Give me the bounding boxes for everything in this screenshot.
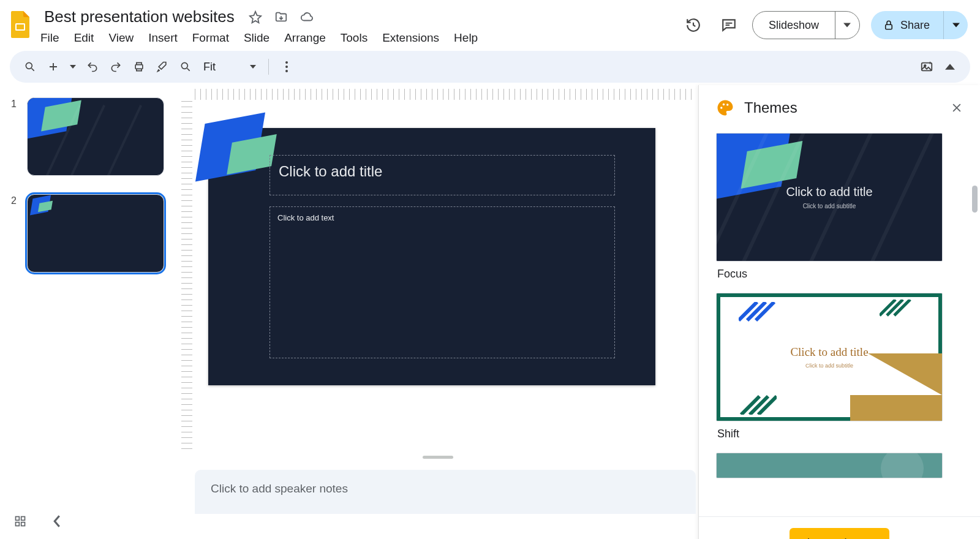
lock-icon [883,19,894,31]
share-dropdown[interactable] [943,11,968,39]
slideshow-button[interactable]: Slideshow [753,12,835,39]
title-placeholder[interactable]: Click to add title [270,155,615,195]
svg-point-5 [181,62,187,69]
star-icon[interactable] [247,9,264,26]
theme-card-focus[interactable]: Click to add title Click to add subtitle [716,133,943,262]
undo-button[interactable] [83,55,102,79]
svg-point-11 [720,107,723,109]
theme-preview-title: Click to add title [790,345,868,359]
grid-view-button[interactable] [11,512,29,530]
svg-rect-26 [21,522,25,526]
body-placeholder[interactable]: Click to add text [270,206,615,358]
svg-point-13 [726,104,729,106]
menu-tools[interactable]: Tools [341,31,368,45]
share-button[interactable]: Share [871,11,943,39]
theme-card-next[interactable] [716,453,943,478]
theme-name: Focus [717,268,963,281]
svg-rect-4 [135,65,143,69]
menu-arrange[interactable]: Arrange [284,31,326,45]
share-label: Share [900,19,930,32]
theme-name: Shift [717,428,963,440]
svg-rect-24 [21,517,25,521]
theme-preview-title: Click to add title [786,185,872,199]
new-slide-dropdown[interactable] [67,55,78,79]
search-icon[interactable] [21,55,39,79]
theme-card-shift[interactable]: Click to add title Click to add subtitle [716,293,943,421]
slide-thumbnail-1[interactable] [27,97,164,176]
zoom-value: Fit [203,61,216,74]
insert-image-button[interactable] [918,55,936,79]
theme-preview-subtitle: Click to add subtitle [803,203,856,209]
menu-bar: File Edit View Insert Format Slide Arran… [40,31,681,45]
svg-point-6 [285,61,288,64]
current-slide[interactable]: Click to add title Click to add text [208,128,655,385]
menu-insert[interactable]: Insert [148,31,178,45]
slideshow-dropdown[interactable] [835,12,859,39]
menu-view[interactable]: View [108,31,134,45]
speaker-notes[interactable]: Click to add speaker notes [195,470,696,514]
move-icon[interactable] [273,9,290,26]
palette-icon [716,99,734,117]
svg-rect-2 [886,24,892,29]
svg-point-3 [26,62,32,69]
more-options-button[interactable] [277,55,296,79]
menu-edit[interactable]: Edit [74,31,94,45]
svg-point-8 [285,70,288,72]
splitter-handle[interactable] [423,456,453,459]
svg-rect-1 [17,24,24,29]
slides-logo[interactable] [6,6,36,43]
redo-button[interactable] [107,55,125,79]
comments-icon[interactable] [717,13,741,37]
horizontal-ruler [195,89,696,100]
menu-slide[interactable]: Slide [244,31,270,45]
theme-preview-subtitle: Click to add subtitle [805,363,853,369]
history-icon[interactable] [681,13,706,37]
canvas-area: Click to add title Click to add text Cli… [178,85,698,514]
previous-slide-button[interactable] [48,512,66,530]
svg-rect-23 [16,517,20,521]
paint-format-button[interactable] [153,55,172,79]
collapse-toolbar-button[interactable] [941,55,959,79]
close-icon[interactable] [951,102,963,114]
toolbar: Fit [10,51,970,83]
filmstrip: 1 2 [0,85,178,514]
svg-point-7 [285,66,288,68]
zoom-icon[interactable] [176,55,195,79]
vertical-ruler [181,101,192,453]
themes-header: Themes [744,99,941,116]
menu-help[interactable]: Help [454,31,478,45]
themes-panel: Themes Click to add title Click to add s… [698,85,980,539]
menu-extensions[interactable]: Extensions [382,31,439,45]
svg-rect-25 [16,522,20,526]
import-theme-button[interactable]: Import theme [790,528,889,539]
slide-number: 2 [11,194,20,206]
scrollbar-thumb[interactable] [972,186,978,213]
new-slide-button[interactable] [44,55,62,79]
cloud-status-icon[interactable] [298,9,315,26]
svg-point-12 [723,104,725,106]
print-button[interactable] [130,55,148,79]
zoom-select[interactable]: Fit [200,61,260,74]
slide-thumbnail-2[interactable] [27,194,164,273]
chevron-down-icon [250,64,256,70]
menu-format[interactable]: Format [192,31,229,45]
document-title[interactable]: Best presentation websites [40,6,238,28]
menu-file[interactable]: File [40,31,59,45]
slide-number: 1 [11,97,20,110]
